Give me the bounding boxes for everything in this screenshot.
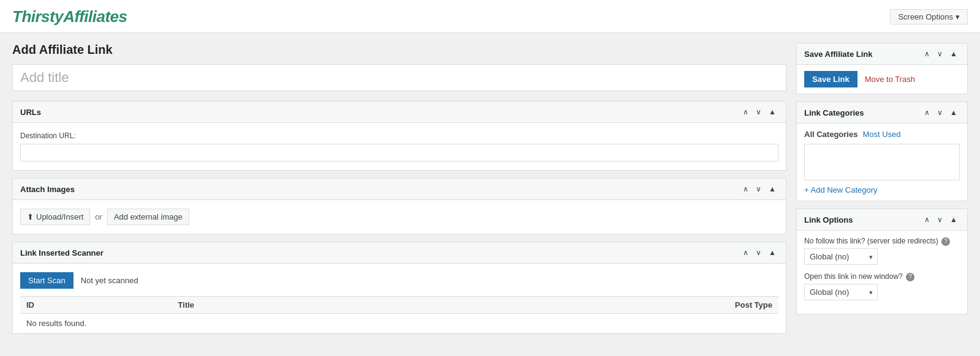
scanner-body: Start Scan Not yet scanned ID Title Post…: [13, 264, 786, 333]
categories-panel: Link Categories ∧ ∨ ▲: [796, 102, 968, 201]
nofollow-select[interactable]: Global (no) Yes No: [804, 248, 878, 265]
attach-images-panel: Attach Images ∧ ∨ ▲: [12, 178, 786, 234]
scanner-panel-controls: ∧ ∨ ▲: [741, 247, 778, 258]
destination-url-input[interactable]: [20, 144, 778, 161]
all-categories-label: All Categories: [804, 130, 858, 139]
scanner-toggle[interactable]: ▲: [766, 247, 778, 258]
chevron-up-icon: ∧: [924, 108, 930, 117]
start-scan-label: Start Scan: [28, 276, 66, 285]
save-link-label: Save Link: [812, 75, 850, 84]
page-wrapper: ThirstyAffiliates Screen Options ▾ Add A…: [0, 0, 980, 356]
save-panel-title: Save Affiliate Link: [804, 50, 873, 59]
most-used-tab[interactable]: Most Used: [862, 130, 900, 139]
link-options-panel: Link Options ∧ ∨ ▲: [796, 209, 968, 314]
save-row: Save Link Move to Trash: [804, 71, 960, 87]
scanner-table: ID Title Post Type No results found.: [20, 296, 778, 333]
urls-panel-body: Destination URL:: [13, 123, 786, 170]
all-categories-tab[interactable]: All Categories: [804, 130, 858, 139]
add-new-category-link[interactable]: + Add New Category: [804, 185, 878, 195]
table-row: No results found.: [20, 314, 778, 333]
upload-insert-label: Upload/Insert: [36, 212, 83, 221]
add-external-image-label: Add external image: [114, 212, 183, 221]
upload-insert-button[interactable]: ⬆ Upload/Insert: [20, 209, 90, 225]
chevron-up-icon: ∧: [924, 50, 930, 58]
chevron-down-icon: ∨: [937, 50, 943, 58]
chevron-up-icon: ∧: [743, 248, 748, 257]
urls-panel-title: URLs: [20, 108, 41, 117]
page-title: Add Affiliate Link: [12, 43, 786, 57]
cat-collapse-up[interactable]: ∧: [922, 107, 932, 118]
move-to-trash-button[interactable]: Move to Trash: [865, 72, 915, 87]
up-arrow-icon: ▲: [950, 215, 957, 224]
left-column: Add Affiliate Link URLs ∧ ∨ ▲: [12, 43, 786, 346]
attach-collapse-down[interactable]: ∨: [753, 184, 764, 195]
chevron-down-icon: ∨: [756, 248, 761, 257]
logo: ThirstyAffiliates: [12, 7, 127, 26]
save-collapse-down[interactable]: ∨: [935, 48, 945, 59]
categories-panel-title: Link Categories: [804, 108, 864, 117]
options-toggle[interactable]: ▲: [948, 214, 960, 225]
link-options-header[interactable]: Link Options ∧ ∨ ▲: [797, 209, 967, 231]
destination-url-label: Destination URL:: [20, 132, 778, 140]
attach-toggle[interactable]: ▲: [766, 184, 778, 195]
screen-options-button[interactable]: Screen Options ▾: [890, 9, 968, 24]
nofollow-option-group: No follow this link? (server side redire…: [804, 237, 960, 265]
new-window-help-icon[interactable]: ?: [906, 273, 914, 281]
chevron-down-icon: ∨: [937, 108, 943, 117]
add-new-category-label: + Add New Category: [804, 185, 878, 195]
nofollow-select-wrap: Global (no) Yes No: [804, 248, 878, 265]
urls-collapse-down[interactable]: ∨: [753, 106, 764, 117]
save-link-button[interactable]: Save Link: [804, 71, 858, 87]
options-collapse-down[interactable]: ∨: [935, 214, 945, 225]
attach-images-title: Attach Images: [20, 185, 75, 194]
chevron-down-icon: ∨: [756, 185, 761, 193]
cat-toggle[interactable]: ▲: [948, 107, 960, 118]
save-collapse-up[interactable]: ∧: [922, 48, 932, 59]
scanner-collapse-down[interactable]: ∨: [753, 247, 764, 258]
trash-label: Move to Trash: [865, 75, 915, 84]
most-used-label: Most Used: [862, 130, 900, 139]
categories-panel-controls: ∧ ∨ ▲: [922, 107, 960, 118]
table-col-title: Title: [172, 297, 551, 314]
attach-images-controls: ∧ ∨ ▲: [741, 184, 778, 195]
main-content: Add Affiliate Link URLs ∧ ∨ ▲: [0, 33, 980, 356]
table-col-id: ID: [20, 297, 172, 314]
chevron-up-icon: ∧: [924, 215, 930, 224]
scanner-collapse-up[interactable]: ∧: [741, 247, 751, 258]
add-external-image-button[interactable]: Add external image: [107, 209, 189, 225]
save-toggle[interactable]: ▲: [948, 48, 960, 59]
nofollow-label: No follow this link? (server side redire…: [804, 237, 960, 246]
urls-toggle[interactable]: ▲: [766, 106, 778, 117]
attach-collapse-up[interactable]: ∧: [741, 184, 751, 195]
nofollow-help-icon[interactable]: ?: [941, 237, 950, 246]
urls-collapse-up[interactable]: ∧: [741, 106, 751, 117]
or-text: or: [95, 212, 102, 221]
upload-icon: ⬆: [27, 212, 34, 221]
right-column: Save Affiliate Link ∧ ∨ ▲: [796, 43, 968, 346]
chevron-down-icon: ∨: [937, 215, 943, 224]
save-panel: Save Affiliate Link ∧ ∨ ▲: [796, 43, 968, 94]
scanner-top: Start Scan Not yet scanned: [20, 272, 778, 289]
link-options-body: No follow this link? (server side redire…: [797, 231, 967, 314]
chevron-down-icon: ∨: [756, 108, 761, 116]
link-options-controls: ∧ ∨ ▲: [922, 214, 960, 225]
start-scan-button[interactable]: Start Scan: [20, 272, 74, 289]
options-collapse-up[interactable]: ∧: [922, 214, 932, 225]
chevron-up-icon: ∧: [743, 108, 748, 116]
new-window-select[interactable]: Global (no) Yes No: [804, 284, 878, 300]
cat-collapse-down[interactable]: ∨: [935, 107, 945, 118]
urls-panel: URLs ∧ ∨ ▲ Destination URL:: [12, 101, 786, 171]
table-col-posttype: Post Type: [551, 297, 778, 314]
title-input[interactable]: [12, 64, 786, 91]
chevron-up-icon: ∧: [743, 185, 748, 193]
scan-status: Not yet scanned: [81, 276, 138, 285]
save-panel-header[interactable]: Save Affiliate Link ∧ ∨ ▲: [797, 43, 967, 65]
scanner-panel-header[interactable]: Link Inserted Scanner ∧ ∨ ▲: [13, 242, 786, 264]
screen-options-chevron: ▾: [956, 12, 960, 21]
categories-panel-header[interactable]: Link Categories ∧ ∨ ▲: [797, 102, 967, 124]
top-bar: ThirstyAffiliates Screen Options ▾: [0, 0, 980, 33]
urls-panel-header[interactable]: URLs ∧ ∨ ▲: [13, 102, 786, 123]
screen-options-label: Screen Options: [898, 12, 953, 21]
attach-images-header[interactable]: Attach Images ∧ ∨ ▲: [13, 179, 786, 200]
scanner-panel-title: Link Inserted Scanner: [20, 248, 104, 258]
